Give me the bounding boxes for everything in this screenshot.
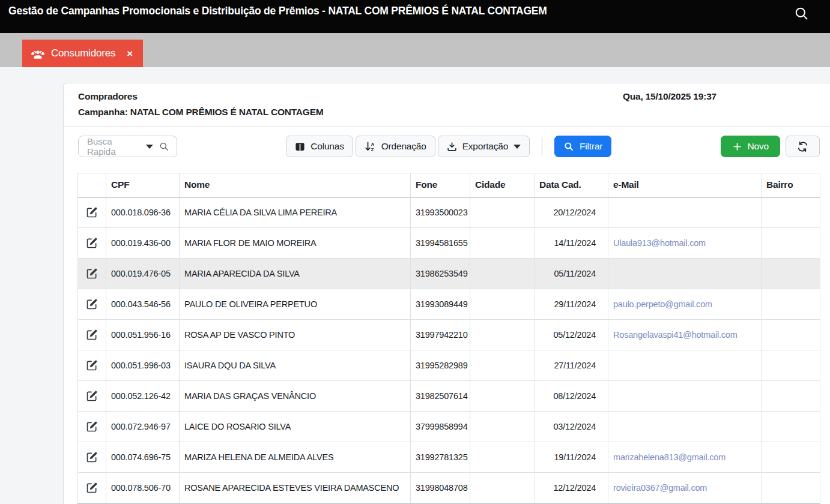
cell-data: 19/11/2024 bbox=[535, 442, 608, 473]
panel-title: Compradores bbox=[78, 91, 324, 102]
cell-data: 08/12/2024 bbox=[535, 381, 608, 412]
cell-email bbox=[608, 381, 762, 412]
table-row: 000.051.956-16ROSA AP DE VASCO PINTO3199… bbox=[78, 320, 820, 350]
search-icon bbox=[563, 141, 574, 152]
edit-row-button[interactable] bbox=[85, 481, 99, 495]
table-header-row: CPFNomeFoneCidadeData Cad.e-MailBairro bbox=[78, 173, 820, 197]
edit-row-button[interactable] bbox=[85, 236, 99, 250]
email-link[interactable]: marizahelena813@gmail.com bbox=[613, 452, 725, 462]
edit-row-button[interactable] bbox=[85, 297, 99, 311]
cell-fone: 31995282989 bbox=[411, 350, 470, 381]
table-row: 000.052.126-42MARIA DAS GRAÇAS VENÂNCIO3… bbox=[78, 381, 820, 412]
cell-edit bbox=[78, 259, 106, 289]
edit-row-button[interactable] bbox=[85, 358, 99, 373]
cell-fone: 31982507614 bbox=[411, 381, 470, 412]
table-row: 000.051.996-03ISAURA DQU DA SILVA3199528… bbox=[78, 350, 820, 381]
table-body: 000.018.096-36MARIA CÉLIA DA SILVA LIMA … bbox=[78, 197, 820, 503]
columns-button[interactable]: Colunas bbox=[286, 136, 353, 157]
cell-data: 05/12/2024 bbox=[535, 320, 608, 350]
cell-email bbox=[608, 412, 762, 442]
edit-row-button[interactable] bbox=[85, 389, 99, 403]
cell-cpf: 000.051.996-03 bbox=[106, 350, 180, 381]
app-header: Gestão de Campanhas Promocionais e Distr… bbox=[0, 0, 830, 33]
column-header-bairro: Bairro bbox=[762, 173, 820, 197]
cell-nome: MARIZA HELENA DE ALMEIDA ALVES bbox=[180, 442, 411, 473]
table-row: 000.019.476-05MARIA APARECIDA DA SILVA31… bbox=[78, 259, 820, 289]
email-link[interactable]: rovieira0367@gmail.com bbox=[613, 483, 707, 493]
export-button[interactable]: Exportação bbox=[438, 136, 530, 157]
cell-bairro bbox=[762, 259, 820, 289]
cell-bairro bbox=[762, 350, 820, 381]
cell-nome: ROSA AP DE VASCO PINTO bbox=[180, 320, 411, 350]
table-row: 000.074.696-75MARIZA HELENA DE ALMEIDA A… bbox=[78, 442, 820, 473]
svg-text:A: A bbox=[371, 141, 374, 146]
cell-fone: 31997942210 bbox=[411, 320, 470, 350]
table-row: 000.043.546-56PAULO DE OLIVEIRA PERPETUO… bbox=[78, 289, 820, 320]
refresh-icon bbox=[797, 141, 808, 152]
panel-card: Compradores Campanha: NATAL COM PRÊMIOS … bbox=[63, 83, 830, 504]
sort-button[interactable]: A Z Ordenação bbox=[356, 136, 435, 157]
cell-cpf: 000.019.436-00 bbox=[106, 228, 180, 259]
edit-row-button[interactable] bbox=[85, 205, 99, 220]
sort-alpha-icon: A Z bbox=[365, 141, 376, 152]
cell-edit bbox=[78, 350, 106, 381]
email-link[interactable]: paulo.perpeto@gmail.com bbox=[613, 299, 712, 309]
cell-cidade bbox=[470, 259, 535, 289]
cell-data: 27/11/2024 bbox=[535, 350, 608, 381]
cell-edit bbox=[78, 473, 106, 503]
content-area: Compradores Campanha: NATAL COM PRÊMIOS … bbox=[0, 67, 830, 504]
columns-label: Colunas bbox=[310, 141, 344, 152]
cell-fone: 31994581655 bbox=[411, 228, 470, 259]
cell-email: marizahelena813@gmail.com bbox=[608, 442, 762, 473]
cell-fone: 31993089449 bbox=[411, 289, 470, 320]
cell-cidade bbox=[470, 320, 535, 350]
column-header-data: Data Cad. bbox=[535, 173, 608, 197]
cell-bairro bbox=[762, 442, 820, 473]
cell-cidade bbox=[470, 289, 535, 320]
edit-row-button[interactable] bbox=[85, 328, 99, 342]
cell-cpf: 000.072.946-97 bbox=[106, 412, 180, 442]
tab-close-icon[interactable]: × bbox=[127, 49, 133, 59]
chevron-down-icon bbox=[146, 145, 153, 149]
cell-edit bbox=[78, 197, 106, 228]
cell-bairro bbox=[762, 473, 820, 503]
consumers-table: CPFNomeFoneCidadeData Cad.e-MailBairro 0… bbox=[77, 173, 820, 503]
filter-button[interactable]: Filtrar bbox=[554, 136, 611, 157]
tab-consumidores[interactable]: Consumidores × bbox=[22, 40, 143, 67]
edit-row-button[interactable] bbox=[85, 266, 99, 281]
email-link[interactable]: Rosangelavaspi41@hotmail.com bbox=[613, 330, 738, 340]
new-button[interactable]: Novo bbox=[721, 136, 780, 157]
export-label: Exportação bbox=[462, 141, 508, 152]
svg-text:Z: Z bbox=[371, 147, 374, 152]
edit-row-button[interactable] bbox=[85, 450, 99, 464]
table-row: 000.072.946-97LAICE DO ROSARIO SILVA3799… bbox=[78, 412, 820, 442]
email-link[interactable]: Ulaula913@hotmail.com bbox=[613, 238, 706, 248]
refresh-button[interactable] bbox=[786, 136, 820, 157]
cell-edit bbox=[78, 228, 106, 259]
cell-edit bbox=[78, 412, 106, 442]
column-header-fone: Fone bbox=[411, 173, 470, 197]
columns-icon bbox=[295, 142, 305, 152]
edit-row-button[interactable] bbox=[85, 419, 99, 434]
cell-bairro bbox=[762, 412, 820, 442]
cell-cidade bbox=[470, 197, 535, 228]
cell-cpf: 000.074.696-75 bbox=[106, 442, 180, 473]
sort-label: Ordenação bbox=[381, 141, 426, 152]
cell-email bbox=[608, 350, 762, 381]
cell-email bbox=[608, 259, 762, 289]
cell-edit bbox=[78, 320, 106, 350]
cell-edit bbox=[78, 289, 106, 320]
plus-icon bbox=[732, 142, 742, 152]
cell-fone: 31986253549 bbox=[411, 259, 470, 289]
toolbar-center-group: Colunas A Z Ordenação bbox=[286, 136, 611, 157]
column-header-cidade: Cidade bbox=[470, 173, 535, 197]
cell-cidade bbox=[470, 350, 535, 381]
cell-edit bbox=[78, 381, 106, 412]
toolbar-right-group: Novo bbox=[721, 136, 820, 157]
quick-search-input[interactable]: Busca Rapida bbox=[78, 136, 177, 157]
cell-data: 29/11/2024 bbox=[535, 289, 608, 320]
cell-cpf: 000.018.096-36 bbox=[106, 197, 180, 228]
column-header-email: e-Mail bbox=[608, 173, 762, 197]
cell-fone: 31993500023 bbox=[411, 197, 470, 228]
header-search-icon[interactable] bbox=[793, 5, 810, 22]
